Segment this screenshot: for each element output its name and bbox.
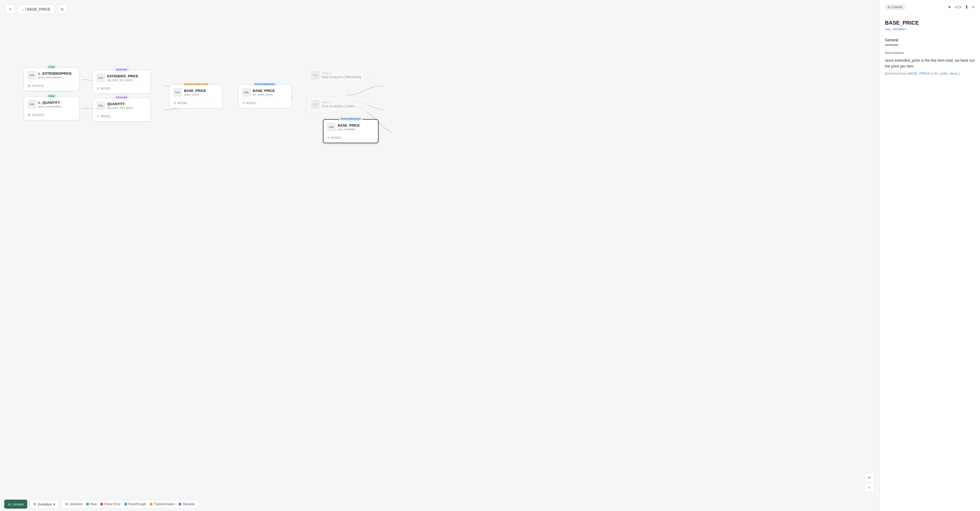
node-title-marketing: Data Analytics | Marketing [321,75,361,79]
col-icon-sales: PRJ [311,100,320,108]
legend-rename: Rename [179,502,194,506]
node-subtitle-quantity: tpch_now.lineitem [38,105,61,108]
node-badge-raw-quantity: RAW [47,94,57,98]
node-quantity[interactable]: RENAME COL QUANTITY stg_tpch_line_items … [93,98,151,121]
node-header-qty: COL QUANTITY stg_tpch_line_items [97,102,147,110]
share-icon[interactable]: ⬆ [965,4,969,10]
node-header-marketing: PRJ Used In Data Analytics | Marketing [311,71,364,80]
node-subtitle-qty: stg_tpch_line_items [107,106,133,109]
close-panel-icon[interactable]: × [972,5,975,10]
column-badge: ⊟ Column [885,4,905,10]
node-badge-passthrough-uv: PASSTHROUGH [339,117,363,121]
col-icon-bp-uv: COL [327,123,336,131]
panel-title: BASE_PRICE [885,20,975,26]
col-icon: COL [28,71,36,80]
node-title-bp-oi: BASE_PRICE [184,89,206,93]
inherited-link-base-price[interactable]: BASE_PRICE [908,72,930,75]
model-icon-bp-oi: ⊙ [173,101,176,105]
evolution-icon: ⟳ [33,502,36,506]
node-badge-passthrough-fct: PASSTHROUGH [253,82,277,86]
magic-icon[interactable]: ✦ [947,4,951,10]
col-icon-bp-oi: COL [173,88,182,97]
node-used-marketing[interactable]: PRJ Used In Data Analytics | Marketing [307,67,368,84]
inherited-note: [Inherited from BASE_PRICE in fct_order_… [885,72,975,75]
node-type-quantity: ⊞ SOURCE [28,111,75,117]
code-icon[interactable]: </> [955,5,961,10]
node-subtitle-bp-oi: order_items [184,93,206,96]
zoom-controls: + − [865,473,874,492]
description-text: since extended_price is the line item to… [885,57,975,69]
zoom-in-button[interactable]: + [865,473,874,482]
col-icon-bp-fct: COL [242,88,251,97]
panel-title-section: BASE_PRICE use_variables [880,14,980,31]
node-type-bp-oi: ⊙ MODEL [173,99,218,105]
node-base-price-order-items[interactable]: TRANSFORMATION COL BASE_PRICE order_item… [169,85,223,108]
node-title-bp-fct: BASE_PRICE [253,89,275,93]
close-canvas-button[interactable]: × [5,5,15,14]
node-l-quantity[interactable]: RAW COL L_QUANTITY tpch_now.lineitem ⊞ S… [24,97,80,120]
panel-content: Description since extended_price is the … [880,46,980,81]
model-icon-bp-fct: ⊙ [242,101,245,105]
node-used-sales[interactable]: PRJ Used In Data Analytics | Sales [307,97,368,114]
node-title: L_EXTENDEDPRICE [38,72,72,75]
lenses-icon: ◎ [8,502,11,506]
zoom-out-button[interactable]: − [865,483,874,492]
panel-header: ⊟ Column ✦ </> ⬆ × [880,0,980,14]
node-title-quantity: L_QUANTITY [38,100,61,105]
node-badge-rename-ext: RENAME [115,68,129,72]
node-base-price-use-variables[interactable]: PASSTHROUGH COL BASE_PRICE use_variables… [323,119,379,143]
canvas-area: × .. / BASE_PRICE ↻ [0,0,880,511]
app-container: × .. / BASE_PRICE ↻ [0,0,980,511]
node-subtitle-ext: stg_tpch_line_items [107,78,138,81]
lenses-button[interactable]: ◎ Lenses [4,500,27,509]
legend: Unknown Raw Parse Error Passthrough Tran… [61,500,199,509]
node-base-price-fct[interactable]: PASSTHROUGH COL BASE_PRICE fct_order_ite… [238,85,291,108]
panel-subtitle-link[interactable]: use_variables [885,27,975,31]
node-subtitle: tpch_now.lineitem [38,76,72,79]
used-in-label-sales: Used In [321,101,355,104]
panel-actions: ✦ </> ⬆ × [947,4,975,10]
tab-general[interactable]: General [885,35,898,45]
node-title-bp-uv: BASE_PRICE [338,123,360,127]
node-title-ext: EXTENDED_PRICE [107,74,138,78]
description-label: Description [885,51,975,55]
breadcrumb-button[interactable]: .. / BASE_PRICE [18,5,54,14]
node-extended-price[interactable]: RENAME COL EXTENDED_PRICE stg_tpch_line_… [93,70,151,94]
col-icon-quantity: COL [28,100,36,108]
used-in-label-marketing: Used In [321,72,361,75]
legend-transformation: Transformation [150,502,175,506]
node-type-bp-uv: ⊙ MODEL [327,134,374,140]
col-icon-qty: COL [97,102,105,110]
column-icon: ⊟ [888,5,890,9]
node-badge-transformation: TRANSFORMATION [182,82,210,86]
node-header-ext: COL EXTENDED_PRICE stg_tpch_line_items [97,73,147,82]
evolution-button[interactable]: ⟳ Evolution ▾ [30,500,59,509]
source-icon: ⊞ [28,84,30,88]
node-header: COL L_EXTENDEDPRICE tpch_now.lineitem [28,71,75,80]
node-type-ext: ⊙ MODEL [97,84,147,90]
node-header-bp-fct: COL BASE_PRICE fct_order_items [242,88,287,97]
legend-dot-passthrough [124,503,127,505]
legend-dot-raw [86,503,89,505]
panel-header-left: ⊟ Column [885,4,905,10]
breadcrumb-label: .. / BASE_PRICE [22,7,50,11]
col-icon-marketing: PRJ [311,71,320,80]
inherited-link-fct[interactable]: fct_order_items [934,72,958,75]
refresh-button[interactable]: ↻ [57,5,67,14]
graph-canvas: RAW COL L_EXTENDEDPRICE tpch_now.lineite… [0,19,880,497]
node-header-quantity: COL L_QUANTITY tpch_now.lineitem [28,100,75,108]
col-icon-ext: COL [97,73,105,82]
node-l-extendedprice[interactable]: RAW COL L_EXTENDEDPRICE tpch_now.lineite… [24,67,80,91]
node-type-qty: ⊙ MODEL [97,112,147,118]
panel-tabs: General [880,35,980,46]
node-title-qty: QUANTITY [107,102,133,106]
legend-dot-rename [179,503,181,505]
model-icon-ext: ⊙ [97,87,99,90]
node-subtitle-bp-uv: use_variables [338,127,360,131]
node-type: ⊞ SOURCE [28,81,75,88]
node-title-sales: Data Analytics | Sales [321,104,355,108]
node-header-sales: PRJ Used In Data Analytics | Sales [311,100,364,108]
legend-raw: Raw [86,502,97,506]
node-badge-rename-qty: RENAME [115,96,129,99]
legend-dot-parse-error [100,503,103,505]
